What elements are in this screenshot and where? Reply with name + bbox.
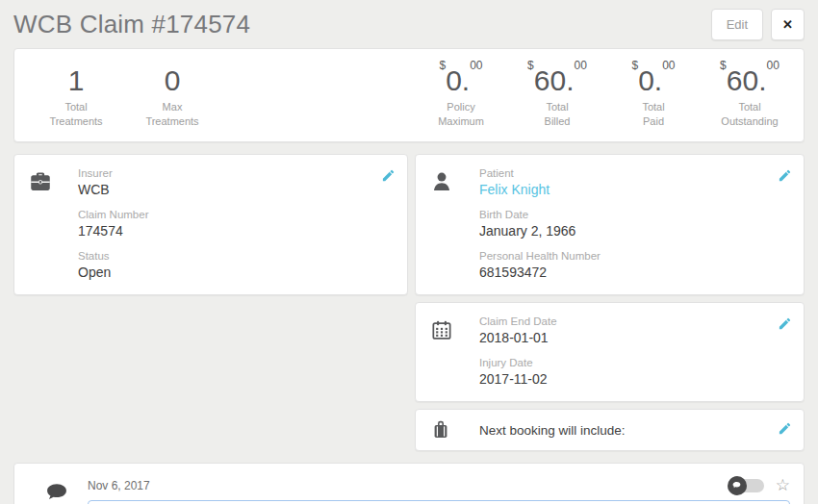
patient-card: Patient Felix Knight Birth Date January … (415, 154, 805, 295)
edit-claim-dates-button[interactable] (778, 316, 792, 331)
pencil-icon (778, 168, 792, 183)
next-booking-card: Next booking will include: (415, 409, 805, 451)
person-icon (429, 166, 479, 281)
pencil-icon (778, 316, 792, 331)
patient-field: Patient Felix Knight (479, 166, 767, 198)
stat-label: TotalBilled (509, 100, 605, 129)
note-date: Nov 6, 2017 (88, 479, 729, 492)
stat-total-treatments: 1 TotalTreatments (28, 61, 124, 129)
pencil-icon (381, 168, 396, 183)
edit-claim-button[interactable]: Edit (711, 9, 763, 40)
claim-note-card: Nov 6, 2017 ☆ Extension or Discharge Rep… (13, 463, 805, 504)
stat-label: TotalPaid (605, 100, 702, 129)
edit-patient-button[interactable] (778, 168, 792, 183)
note-visibility-toggle[interactable] (729, 479, 764, 492)
header: WCB Claim #174574 Edit ✕ (13, 0, 805, 48)
personal-health-number-field: Personal Health Number 681593472 (479, 249, 767, 281)
note-input[interactable]: Extension or Discharge Report Due (88, 500, 790, 504)
briefcase-icon (28, 166, 78, 281)
claim-detail-cards: Insurer WCB Claim Number 174574 Status O… (13, 154, 805, 451)
money-stats-group: $0.00 PolicyMaximum $60.00 TotalBilled $… (413, 61, 798, 129)
toggle-knob-bubble-icon (728, 476, 747, 495)
treatment-stats-group: 1 TotalTreatments 0 MaxTreatments (28, 61, 220, 129)
claim-stats-bar: 1 TotalTreatments 0 MaxTreatments $0.00 … (13, 48, 805, 142)
stat-total-paid: $0.00 TotalPaid (605, 61, 702, 129)
claim-dates-card: Claim End Date 2018-01-01 Injury Date 20… (415, 302, 805, 402)
luggage-icon (429, 418, 479, 441)
speech-bubble-icon (28, 477, 88, 504)
edit-next-booking-button[interactable] (778, 421, 792, 436)
stat-label: PolicyMaximum (413, 100, 509, 129)
next-booking-label: Next booking will include: (479, 423, 767, 438)
claim-number-field: Claim Number 174574 (78, 208, 371, 239)
insurer-field: Insurer WCB (78, 166, 371, 198)
birth-date-field: Birth Date January 2, 1966 (479, 208, 767, 239)
patient-name-link[interactable]: Felix Knight (479, 182, 767, 198)
injury-date-field: Injury Date 2017-11-02 (479, 356, 767, 388)
claim-page: WCB Claim #174574 Edit ✕ 1 TotalTreatmen… (0, 0, 818, 504)
pencil-icon (778, 421, 792, 436)
insurer-card: Insurer WCB Claim Number 174574 Status O… (13, 154, 408, 295)
stat-policy-maximum: $0.00 PolicyMaximum (413, 61, 509, 129)
claim-end-date-field: Claim End Date 2018-01-01 (479, 315, 767, 346)
stat-label: TotalOutstanding (702, 100, 798, 129)
close-claim-button[interactable]: ✕ (771, 9, 805, 40)
stat-label: TotalTreatments (28, 100, 124, 129)
stat-max-treatments: 0 MaxTreatments (124, 61, 220, 129)
status-field: Status Open (78, 249, 371, 281)
star-icon[interactable]: ☆ (776, 477, 790, 493)
stat-label: MaxTreatments (124, 100, 220, 129)
edit-insurer-button[interactable] (381, 168, 396, 183)
page-title: WCB Claim #174574 (13, 10, 703, 39)
calendar-icon (429, 315, 479, 388)
stat-total-outstanding: $60.00 TotalOutstanding (702, 61, 798, 129)
stat-total-billed: $60.00 TotalBilled (509, 61, 605, 129)
